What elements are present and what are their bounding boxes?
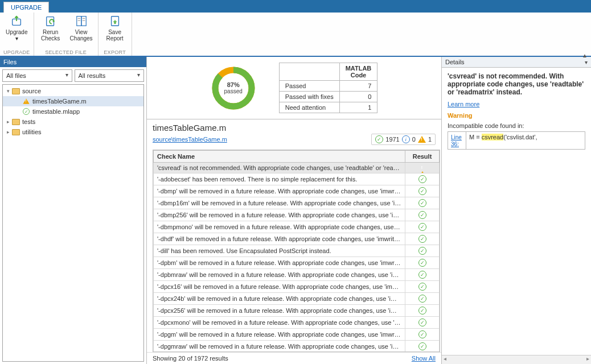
group-selfile-label: SELECTED FILE [45, 49, 87, 55]
check-row[interactable]: '-dpcx24b' will be removed in a future r… [154, 293, 440, 305]
pass-icon: ✓ [418, 330, 426, 338]
info-icon: i [402, 135, 410, 143]
col-check-name[interactable]: Check Name [154, 151, 405, 163]
check-result-cell [405, 163, 440, 173]
check-name-cell: '-dill' has been removed. Use Encapsulat… [154, 245, 405, 257]
group-upgrade-label: UPGRADE [3, 49, 30, 55]
rerun-icon [44, 14, 58, 28]
check-result-cell: ✓ [405, 173, 440, 185]
learn-more-link[interactable]: Learn more [448, 101, 479, 107]
view-changes-button[interactable]: View Changes [68, 14, 95, 42]
pass-icon: ✓ [418, 199, 426, 207]
check-result-cell: ✓ [405, 281, 440, 293]
stat-value: 0 [339, 92, 377, 102]
pass-icon: ✓ [418, 187, 426, 195]
check-row[interactable]: '-dpbm' will be removed in a future rele… [154, 257, 440, 269]
check-row[interactable]: '-dill' has been removed. Use Encapsulat… [154, 245, 440, 257]
info-count: 0 [412, 136, 416, 143]
check-result-cell: ✓ [405, 293, 440, 305]
check-result-cell: ✓ [405, 233, 440, 245]
check-name-cell: '-dpcx16' will be removed in a future re… [154, 281, 405, 293]
check-name-cell: '-dpcx24b' will be removed in a future r… [154, 293, 405, 305]
pass-icon: ✓ [418, 283, 426, 291]
view-changes-icon [75, 14, 88, 28]
pass-icon: ✓ [22, 107, 31, 115]
pass-icon: ✓ [418, 342, 426, 350]
pass-icon: ✓ [418, 247, 426, 255]
check-row[interactable]: '-dpbmraw' will be removed in a future r… [154, 269, 440, 281]
result-counts: ✓ 1971 i 0 1 [371, 134, 436, 145]
code-snippet: M = csvread('csvlist.dat', [466, 132, 585, 150]
check-row[interactable]: '-dpcxmono' will be removed in a future … [154, 317, 440, 329]
check-result-cell: ✓ [405, 269, 440, 281]
pass-count: 1971 [385, 136, 399, 143]
check-name-cell: '-dhdf' will be removed in a future rele… [154, 233, 405, 245]
pass-icon: ✓ [418, 211, 426, 219]
details-menu-icon[interactable]: ▾ [585, 59, 588, 65]
tree-folder[interactable]: ▸tests [3, 117, 143, 127]
check-name-cell: '-dbmp' will be removed in a future rele… [154, 185, 405, 197]
showing-text: Showing 20 of 1972 results [153, 355, 228, 362]
save-report-label: Save Report [106, 29, 124, 42]
tab-upgrade[interactable]: UPGRADE [3, 2, 49, 13]
check-row[interactable]: '-dpcx256' will be removed in a future r… [154, 305, 440, 317]
check-result-cell: ✓ [405, 185, 440, 197]
line-link[interactable]: Line 36: [451, 134, 462, 147]
rerun-checks-button[interactable]: Rerun Checks [38, 14, 64, 42]
check-row[interactable]: 'csvread' is not recommended. With appro… [154, 163, 440, 173]
warn-count: 1 [428, 136, 432, 143]
filter-scope-dropdown[interactable]: All files [2, 69, 72, 82]
tree-folder[interactable]: ▸utilities [3, 127, 143, 137]
check-name-cell: '-dpbmraw' will be removed in a future r… [154, 269, 405, 281]
check-name-cell: '-dbmpmono' will be removed in a future … [154, 221, 405, 233]
col-result[interactable]: Result [405, 151, 440, 163]
group-export-label: EXPORT [104, 49, 126, 55]
tree-item-label: timestable.mlapp [32, 108, 80, 115]
tree-file[interactable]: ✓timestable.mlapp [3, 106, 143, 117]
check-result-cell: ✓ [405, 317, 440, 329]
check-row[interactable]: '-dbmp256' will be removed in a future r… [154, 209, 440, 221]
ribbon-collapse-icon[interactable]: ▲ [582, 52, 588, 59]
check-name-cell: '-dpgmraw' will be removed in a future r… [154, 341, 405, 353]
check-row[interactable]: '-dbmp' will be removed in a future rele… [154, 185, 440, 197]
pass-icon: ✓ [418, 223, 426, 231]
check-result-cell: ✓ [405, 245, 440, 257]
check-name-cell: '-dpcxmono' will be removed in a future … [154, 317, 405, 329]
pass-icon: ✓ [418, 318, 426, 326]
check-row[interactable]: '-dbmp16m' will be removed in a future r… [154, 197, 440, 209]
details-scrollbar[interactable] [442, 355, 591, 364]
pass-icon: ✓ [418, 175, 426, 183]
check-row[interactable]: '-dbmpmono' will be removed in a future … [154, 221, 440, 233]
code-location-table: Line 36: M = csvread('csvlist.dat', [448, 131, 585, 150]
check-name-cell: '-dpcx256' will be removed in a future r… [154, 305, 405, 317]
pass-percent-label: passed [224, 88, 243, 94]
rerun-label: Rerun Checks [41, 29, 60, 42]
pass-icon: ✓ [418, 259, 426, 267]
pass-icon: ✓ [418, 295, 426, 303]
check-result-cell: ✓ [405, 209, 440, 221]
check-row[interactable]: '-adobecset' has been removed. There is … [154, 173, 440, 185]
check-row[interactable]: '-dhdf' will be removed in a future rele… [154, 233, 440, 245]
check-name-cell: 'csvread' is not recommended. With appro… [154, 163, 405, 173]
tree-folder[interactable]: ▾source [3, 86, 143, 96]
check-row[interactable]: '-dpgmraw' will be removed in a future r… [154, 341, 440, 353]
check-row[interactable]: '-dpcx16' will be removed in a future re… [154, 281, 440, 293]
upgrade-button[interactable]: Upgrade▾ [3, 14, 30, 42]
warn-icon [22, 97, 31, 105]
severity-label: Warning [448, 112, 585, 119]
folder-icon [11, 128, 20, 136]
checks-table[interactable]: Check Name Result 'csvread' is not recom… [153, 150, 440, 352]
show-all-link[interactable]: Show All [412, 355, 436, 362]
tree-item-label: tests [22, 118, 35, 125]
file-tree[interactable]: ▾sourcetimesTableGame.m✓timestable.mlapp… [2, 84, 144, 362]
filter-result-dropdown[interactable]: All results [75, 69, 145, 82]
save-report-button[interactable]: Save Report [102, 14, 128, 42]
tree-file[interactable]: timesTableGame.m [3, 96, 143, 106]
detail-heading: 'csvread' is not recommended. With appro… [448, 72, 585, 96]
check-result-cell: ✓ [405, 221, 440, 233]
check-result-cell: ✓ [405, 341, 440, 353]
check-result-cell: ✓ [405, 257, 440, 269]
tree-item-label: source [22, 88, 41, 94]
current-file-path[interactable]: source\timesTableGame.m [153, 136, 227, 143]
check-row[interactable]: '-dpgm' will be removed in a future rele… [154, 329, 440, 341]
